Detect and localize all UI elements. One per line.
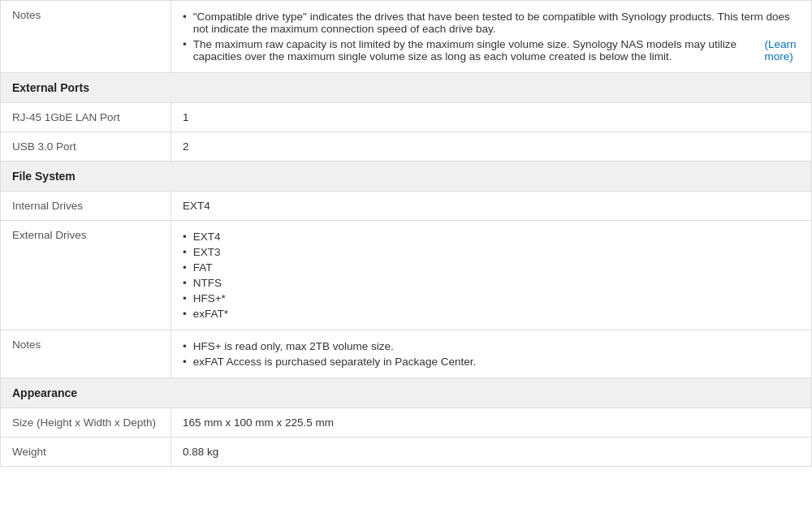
bullet-list: HFS+ is read only, max 2TB volume size.e… — [183, 339, 800, 369]
list-item: HFS+ is read only, max 2TB volume size. — [183, 339, 800, 354]
spec-row: Internal DrivesEXT4 — [1, 192, 812, 221]
section-header: File System — [1, 162, 812, 192]
spec-label: Notes — [1, 330, 171, 378]
spec-value: HFS+ is read only, max 2TB volume size.e… — [171, 330, 812, 378]
section-header-label: External Ports — [1, 73, 812, 103]
spec-label: RJ-45 1GbE LAN Port — [1, 103, 171, 132]
spec-row: NotesHFS+ is read only, max 2TB volume s… — [1, 330, 812, 378]
spec-label: USB 3.0 Port — [1, 132, 171, 162]
spec-label: Notes — [1, 1, 171, 73]
list-item: HFS+* — [183, 291, 800, 306]
section-header-label: File System — [1, 162, 812, 192]
section-header: Appearance — [1, 378, 812, 408]
list-item: EXT3 — [183, 244, 800, 260]
list-item: "Compatible drive type" indicates the dr… — [183, 9, 800, 37]
spec-row: Weight0.88 kg — [1, 438, 812, 467]
spec-label: Internal Drives — [1, 192, 171, 221]
spec-value: 2 — [171, 132, 812, 162]
list-item: NTFS — [183, 275, 800, 291]
section-header: External Ports — [1, 73, 812, 103]
list-item: exFAT* — [183, 306, 800, 321]
bullet-list: EXT4EXT3FATNTFSHFS+*exFAT* — [183, 229, 800, 321]
spec-value: "Compatible drive type" indicates the dr… — [171, 1, 812, 73]
spec-row: RJ-45 1GbE LAN Port1 — [1, 103, 812, 132]
spec-row: USB 3.0 Port2 — [1, 132, 812, 162]
spec-value: EXT4EXT3FATNTFSHFS+*exFAT* — [171, 221, 812, 330]
list-item: exFAT Access is purchased separately in … — [183, 354, 800, 369]
spec-label: Weight — [1, 438, 171, 467]
spec-table: Notes"Compatible drive type" indicates t… — [0, 0, 812, 467]
spec-row: Size (Height x Width x Depth)165 mm x 10… — [1, 408, 812, 438]
list-item: The maximum raw capacity is not limited … — [183, 37, 800, 64]
spec-value: 165 mm x 100 mm x 225.5 mm — [171, 408, 812, 438]
spec-value: 0.88 kg — [171, 438, 812, 467]
spec-label: Size (Height x Width x Depth) — [1, 408, 171, 438]
spec-value: EXT4 — [171, 192, 812, 221]
list-item: FAT — [183, 260, 800, 275]
list-item: EXT4 — [183, 229, 800, 244]
spec-label: External Drives — [1, 221, 171, 330]
bullet-list: "Compatible drive type" indicates the dr… — [183, 9, 800, 64]
learn-more-link[interactable]: (Learn more) — [765, 38, 800, 63]
spec-row: Notes"Compatible drive type" indicates t… — [1, 1, 812, 73]
spec-value: 1 — [171, 103, 812, 132]
spec-row: External DrivesEXT4EXT3FATNTFSHFS+*exFAT… — [1, 221, 812, 330]
section-header-label: Appearance — [1, 378, 812, 408]
